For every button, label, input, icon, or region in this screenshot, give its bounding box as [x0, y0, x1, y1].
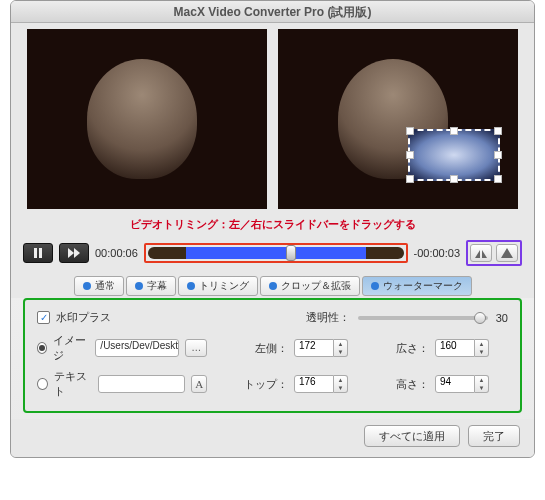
spin-buttons[interactable]: ▲▼	[475, 375, 489, 393]
fast-forward-icon	[68, 247, 80, 259]
left-spinner[interactable]: 172 ▲▼	[294, 339, 348, 357]
flip-horizontal-button[interactable]	[470, 244, 492, 262]
top-input[interactable]: 176	[294, 375, 334, 393]
resize-handle[interactable]	[494, 151, 502, 159]
tab-trimming[interactable]: トリミング	[178, 276, 258, 296]
tab-normal[interactable]: 通常	[74, 276, 124, 296]
slider-thumb[interactable]	[474, 312, 486, 324]
pause-icon	[32, 247, 44, 259]
height-input[interactable]: 94	[435, 375, 475, 393]
resize-handle[interactable]	[406, 175, 414, 183]
watermark-panel: ✓ 水印プラス 透明性： 30 イメージ /Users/Dev/Desktop/…	[23, 298, 522, 413]
opacity-value: 30	[496, 312, 508, 324]
font-button[interactable]: A	[191, 375, 207, 393]
left-input[interactable]: 172	[294, 339, 334, 357]
tabs-row: 通常 字幕 トリミング クロップ＆拡張 ウォーターマーク	[11, 274, 534, 298]
height-spinner[interactable]: 94 ▲▼	[435, 375, 489, 393]
browse-button[interactable]: …	[185, 339, 207, 357]
svg-marker-3	[74, 248, 80, 258]
top-spinner[interactable]: 176 ▲▼	[294, 375, 348, 393]
watermark-checkbox[interactable]: ✓	[37, 311, 50, 324]
time-remaining: -00:00:03	[414, 247, 460, 259]
preview-result[interactable]	[278, 29, 518, 209]
top-label: トップ：	[244, 377, 288, 392]
chevron-up-icon[interactable]: ▲	[334, 340, 347, 348]
transport-row: 00:00:06 -00:00:03	[11, 236, 534, 274]
tab-label: 通常	[95, 279, 115, 293]
tab-label: ウォーターマーク	[383, 279, 463, 293]
flip-horizontal-icon	[475, 248, 487, 258]
dot-icon	[187, 282, 195, 290]
trim-timeline[interactable]	[148, 247, 404, 259]
flip-vertical-icon	[501, 248, 513, 258]
width-spinner[interactable]: 160 ▲▼	[435, 339, 489, 357]
chevron-down-icon[interactable]: ▼	[334, 384, 347, 392]
spin-buttons[interactable]: ▲▼	[334, 339, 348, 357]
width-label: 広さ：	[396, 341, 429, 356]
text-label: テキスト	[54, 369, 92, 399]
dot-icon	[371, 282, 379, 290]
caption-row: ビデオトリミング：左／右にスライドバーをドラッグする	[11, 213, 534, 236]
resize-handle[interactable]	[406, 127, 414, 135]
chevron-up-icon[interactable]: ▲	[475, 376, 488, 384]
image-label: イメージ	[53, 333, 89, 363]
width-input[interactable]: 160	[435, 339, 475, 357]
resize-handle[interactable]	[406, 151, 414, 159]
svg-rect-0	[34, 248, 37, 258]
resize-handle[interactable]	[494, 175, 502, 183]
text-input[interactable]	[98, 375, 186, 393]
spin-buttons[interactable]: ▲▼	[475, 339, 489, 357]
tab-watermark[interactable]: ウォーターマーク	[362, 276, 472, 296]
tab-subtitle[interactable]: 字幕	[126, 276, 176, 296]
tab-label: 字幕	[147, 279, 167, 293]
resize-handle[interactable]	[450, 127, 458, 135]
apply-all-button[interactable]: すべてに適用	[364, 425, 460, 447]
opacity-slider[interactable]	[358, 316, 488, 320]
chevron-up-icon[interactable]: ▲	[334, 376, 347, 384]
preview-original	[27, 29, 267, 209]
resize-handle[interactable]	[450, 175, 458, 183]
svg-rect-1	[39, 248, 42, 258]
chevron-down-icon[interactable]: ▼	[475, 348, 488, 356]
preview-row	[11, 23, 534, 213]
spin-buttons[interactable]: ▲▼	[334, 375, 348, 393]
tab-label: クロップ＆拡張	[281, 279, 351, 293]
svg-marker-4	[475, 250, 480, 258]
time-elapsed: 00:00:06	[95, 247, 138, 259]
flip-button-group-highlight	[466, 240, 522, 266]
radio-text[interactable]	[37, 378, 48, 390]
chevron-down-icon[interactable]: ▼	[475, 384, 488, 392]
dot-icon	[135, 282, 143, 290]
svg-marker-5	[482, 250, 487, 258]
tab-crop[interactable]: クロップ＆拡張	[260, 276, 360, 296]
fast-forward-button[interactable]	[59, 243, 89, 263]
height-label: 高さ：	[396, 377, 429, 392]
window-title: MacX Video Converter Pro (試用版)	[11, 1, 534, 23]
left-label: 左側：	[255, 341, 288, 356]
trim-timeline-highlight	[144, 243, 408, 263]
watermark-overlay[interactable]	[408, 129, 500, 181]
playhead[interactable]	[286, 245, 296, 261]
resize-handle[interactable]	[494, 127, 502, 135]
caption-text: ビデオトリミング：左／右にスライドバーをドラッグする	[130, 218, 416, 230]
tab-label: トリミング	[199, 279, 249, 293]
dot-icon	[83, 282, 91, 290]
flip-vertical-button[interactable]	[496, 244, 518, 262]
chevron-down-icon[interactable]: ▼	[334, 348, 347, 356]
dot-icon	[269, 282, 277, 290]
pause-button[interactable]	[23, 243, 53, 263]
app-window: MacX Video Converter Pro (試用版) ビデオトリミング：…	[10, 0, 535, 458]
footer-row: すべてに適用 完了	[11, 419, 534, 457]
radio-image[interactable]	[37, 342, 47, 354]
watermark-plus-label: 水印プラス	[56, 310, 111, 325]
opacity-label: 透明性：	[306, 310, 350, 325]
done-button[interactable]: 完了	[468, 425, 520, 447]
svg-marker-2	[68, 248, 74, 258]
image-path-input[interactable]: /Users/Dev/Desktop/TES	[95, 339, 179, 357]
svg-marker-6	[501, 248, 513, 258]
chevron-up-icon[interactable]: ▲	[475, 340, 488, 348]
